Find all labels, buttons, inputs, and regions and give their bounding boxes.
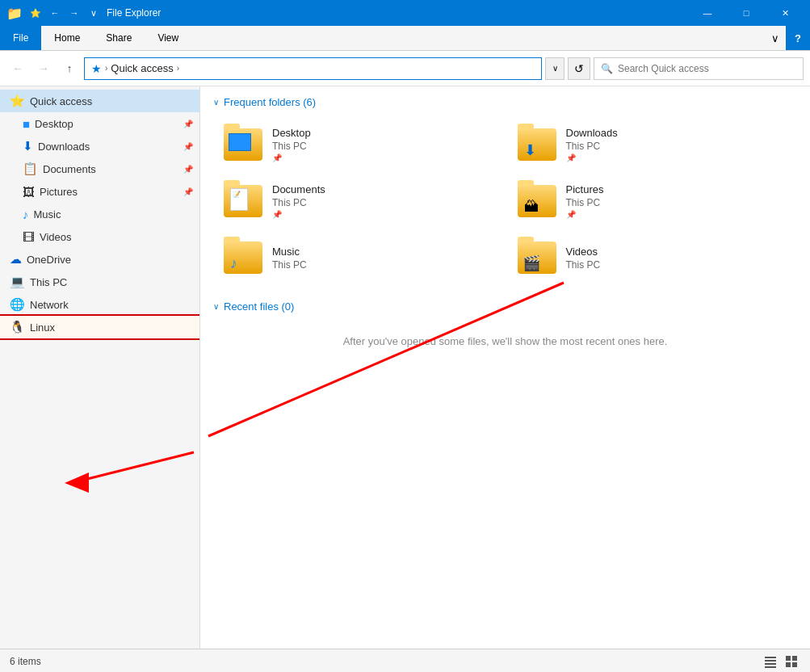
pictures-folder-icon: 🏔 <box>516 182 558 220</box>
title-bar: 📁 ⭐ ← → ∨ File Explorer — □ ✕ <box>0 0 810 26</box>
folder-grid: Desktop This PC 📌 ⬇ Downloads This PC 📌 <box>213 118 797 284</box>
documents-icon: 📋 <box>23 162 38 176</box>
pictures-folder-sub: This PC <box>566 197 604 208</box>
desktop-folder-sub: This PC <box>272 141 311 152</box>
sidebar-item-linux[interactable]: 🐧 Linux <box>0 316 199 338</box>
sidebar-item-desktop[interactable]: ■ Desktop 📌 <box>0 112 199 135</box>
search-box[interactable]: 🔍 <box>594 57 804 80</box>
ribbon-tabs: File Home Share View ∨ ? <box>0 26 810 50</box>
desktop-folder-pin: 📌 <box>272 153 311 162</box>
desktop-folder-name: Desktop <box>272 127 311 139</box>
svg-rect-7 <box>786 662 791 667</box>
desktop-folder-icon <box>222 125 264 164</box>
tab-view[interactable]: View <box>145 26 191 50</box>
svg-rect-6 <box>792 656 797 661</box>
maximize-button[interactable]: □ <box>728 0 765 26</box>
sidebar-item-quick-access[interactable]: ⭐ Quick access <box>0 90 199 112</box>
folder-item-music[interactable]: ♪ Music This PC <box>213 231 504 284</box>
videos-icon: 🎞 <box>23 230 35 244</box>
sidebar-item-this-pc[interactable]: 💻 This PC <box>0 271 199 293</box>
svg-rect-2 <box>765 660 776 662</box>
sidebar-label-linux: Linux <box>30 321 193 334</box>
music-folder-sub: This PC <box>272 259 307 271</box>
documents-folder-info: Documents This PC 📌 <box>272 183 325 219</box>
onedrive-icon: ☁ <box>10 252 22 267</box>
sidebar-label-downloads: Downloads <box>38 141 178 153</box>
downloads-folder-info: Downloads This PC 📌 <box>566 127 618 162</box>
recent-files-header[interactable]: ∨ Recent files (0) <box>213 300 797 313</box>
svg-rect-4 <box>765 666 776 668</box>
sidebar-item-downloads[interactable]: ⬇ Downloads 📌 <box>0 135 199 158</box>
path-star-icon: ★ <box>91 62 102 75</box>
forward-titlebar-btn[interactable]: → <box>66 5 82 21</box>
downloads-icon: ⬇ <box>23 139 33 153</box>
sidebar-item-documents[interactable]: 📋 Documents 📌 <box>0 158 199 180</box>
frequent-folders-title: Frequent folders (6) <box>224 96 316 108</box>
quick-access-btn[interactable]: ⭐ <box>27 5 44 21</box>
sidebar-item-network[interactable]: 🌐 Network <box>0 293 199 316</box>
quick-access-icon: ⭐ <box>10 94 25 108</box>
path-text: Quick access <box>111 62 173 74</box>
large-icons-view-btn[interactable] <box>783 653 800 670</box>
address-path[interactable]: ★ › Quick access › <box>84 57 542 80</box>
content-area: ∨ Frequent folders (6) Desktop This PC 📌 <box>200 86 810 649</box>
sidebar-label-this-pc: This PC <box>30 276 193 288</box>
ribbon: File Home Share View ∨ ? <box>0 26 810 51</box>
sidebar-item-pictures[interactable]: 🖼 Pictures 📌 <box>0 180 199 203</box>
back-button[interactable]: ← <box>6 57 29 80</box>
back-titlebar-btn[interactable]: ← <box>47 5 63 21</box>
tab-share[interactable]: Share <box>93 26 145 50</box>
recent-files-title: Recent files (0) <box>224 300 294 313</box>
folder-item-videos[interactable]: 🎬 Videos This PC <box>507 231 798 284</box>
sidebar-item-videos[interactable]: 🎞 Videos <box>0 225 199 248</box>
address-bar: ← → ↑ ★ › Quick access › ∨ ↺ 🔍 <box>0 51 810 86</box>
frequent-folders-chevron: ∨ <box>213 98 219 107</box>
item-count: 6 items <box>10 656 41 667</box>
refresh-button[interactable]: ↺ <box>568 57 590 80</box>
svg-rect-1 <box>765 657 776 658</box>
sidebar-label-documents: Documents <box>43 163 178 175</box>
details-view-btn[interactable] <box>762 653 779 670</box>
folder-item-downloads[interactable]: ⬇ Downloads This PC 📌 <box>507 118 798 171</box>
close-button[interactable]: ✕ <box>766 0 804 26</box>
sidebar-label-onedrive: OneDrive <box>27 254 193 266</box>
up-button[interactable]: ↑ <box>58 57 81 80</box>
help-button[interactable]: ? <box>786 26 810 50</box>
details-view-icon <box>764 655 777 668</box>
minimize-button[interactable]: — <box>689 0 726 26</box>
sidebar-label-pictures: Pictures <box>40 186 178 198</box>
music-icon: ♪ <box>23 208 29 221</box>
address-dropdown-btn[interactable]: ∨ <box>545 57 564 80</box>
downloads-folder-pin: 📌 <box>566 153 618 162</box>
sidebar-item-music[interactable]: ♪ Music <box>0 203 199 225</box>
sidebar-label-music: Music <box>34 208 194 220</box>
sidebar-item-onedrive[interactable]: ☁ OneDrive <box>0 248 199 271</box>
sidebar: ⭐ Quick access ■ Desktop 📌 ⬇ Downloads 📌… <box>0 86 200 649</box>
tab-home[interactable]: Home <box>41 26 93 50</box>
pictures-folder-pin: 📌 <box>566 210 604 219</box>
main-layout: ⭐ Quick access ■ Desktop 📌 ⬇ Downloads 📌… <box>0 86 810 649</box>
sidebar-label-quick-access: Quick access <box>30 95 193 107</box>
search-input[interactable] <box>618 63 796 74</box>
ribbon-collapse-btn[interactable]: ∨ <box>765 26 786 50</box>
folder-item-desktop[interactable]: Desktop This PC 📌 <box>213 118 504 171</box>
recent-files-chevron: ∨ <box>213 302 219 311</box>
folder-item-pictures[interactable]: 🏔 Pictures This PC 📌 <box>507 174 798 228</box>
documents-folder-sub: This PC <box>272 197 325 208</box>
downloads-folder-sub: This PC <box>566 141 618 152</box>
frequent-folders-header[interactable]: ∨ Frequent folders (6) <box>213 96 797 108</box>
folder-item-documents[interactable]: 📝 Documents This PC 📌 <box>213 174 504 228</box>
window-controls: — □ ✕ <box>689 0 804 26</box>
documents-pin-icon: 📌 <box>183 165 193 174</box>
window-title: File Explorer <box>107 7 684 19</box>
desktop-folder-info: Desktop This PC 📌 <box>272 127 311 162</box>
sidebar-label-network: Network <box>30 299 193 311</box>
network-icon: 🌐 <box>10 297 25 312</box>
tab-file[interactable]: File <box>0 26 41 50</box>
dropdown-titlebar-btn[interactable]: ∨ <box>86 5 102 21</box>
pictures-folder-info: Pictures This PC 📌 <box>566 183 604 219</box>
documents-folder-name: Documents <box>272 183 325 195</box>
linux-icon: 🐧 <box>10 320 25 334</box>
forward-button[interactable]: → <box>32 57 55 80</box>
svg-rect-8 <box>792 662 797 667</box>
